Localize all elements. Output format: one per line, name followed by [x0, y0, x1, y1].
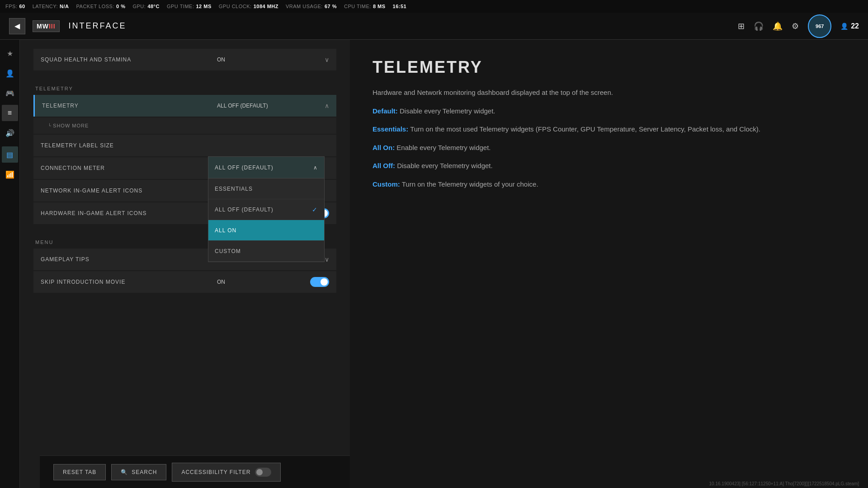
fps-label: FPS:: [5, 4, 17, 9]
skip-intro-value[interactable]: ON: [210, 277, 336, 287]
grid-icon[interactable]: ⊞: [738, 21, 745, 31]
telemetry-section-header: TELEMETRY: [33, 86, 336, 91]
gputime-value: 12 MS: [196, 4, 211, 9]
gpuclock-display: GPU CLOCK: 1084 MHZ: [219, 4, 278, 9]
sidebar-item-network[interactable]: 📶: [2, 166, 18, 183]
cputime-value: 8 MS: [373, 4, 386, 9]
search-icon: 🔍: [121, 469, 128, 475]
fps-display: FPS: 60: [5, 4, 25, 9]
gpuclock-label: GPU CLOCK:: [219, 4, 252, 9]
dropdown-custom-label: CUSTOM: [215, 248, 241, 254]
info-essentials-label: Essentials:: [373, 125, 408, 133]
skip-intro-row[interactable]: SKIP INTRODUCTION MOVIE ON: [33, 271, 336, 293]
dropdown-essentials-label: ESSENTIALS: [215, 186, 253, 192]
logo-area: MWIII INTERFACE: [33, 20, 127, 32]
points-value: 967: [816, 23, 824, 29]
info-custom-label: Custom:: [373, 180, 400, 188]
status-bar: FPS: 60 LATENCY: N/A PACKET LOSS: 0 % GP…: [0, 0, 868, 13]
show-more-row[interactable]: └ SHOW MORE: [33, 117, 336, 134]
dropdown-header-value: ALL OFF (DEFAULT): [215, 164, 274, 171]
sidebar-item-display[interactable]: ▤: [2, 146, 18, 163]
telemetry-label: TELEMETRY: [35, 103, 210, 109]
skip-intro-label: SKIP INTRODUCTION MOVIE: [33, 279, 210, 285]
headset-icon[interactable]: 🎧: [754, 21, 764, 31]
accessibility-filter-button[interactable]: ACCESSIBILITY FILTER: [172, 463, 281, 482]
packetloss-label: PACKET LOSS:: [76, 4, 114, 9]
squad-health-chevron: ∨: [325, 56, 329, 63]
page-title: INTERFACE: [69, 21, 127, 31]
sidebar-item-star[interactable]: ★: [2, 45, 18, 61]
info-entry-custom: Custom: Turn on the Telemetry widgets of…: [373, 179, 845, 190]
show-more-label: SHOW MORE: [53, 123, 89, 128]
gameplay-tips-chevron: ∨: [325, 256, 329, 263]
fps-value: 60: [19, 4, 25, 9]
accessibility-toggle[interactable]: [255, 468, 271, 477]
packetloss-value: 0 %: [116, 4, 125, 9]
gputime-label: GPU TIME:: [167, 4, 194, 9]
dropdown-close-chevron: ∧: [313, 164, 318, 171]
dropdown-item-alloff[interactable]: ALL OFF (DEFAULT) ✓: [208, 199, 324, 220]
squad-health-value[interactable]: ON ∨: [210, 56, 336, 63]
footer-info: 10.16.1900423] [56:127:11250+11:A] Tho[7…: [709, 481, 859, 486]
sub-arrow-icon: └: [48, 123, 51, 128]
info-entry-essentials: Essentials: Turn on the most used Teleme…: [373, 124, 845, 135]
dropdown-check-icon: ✓: [312, 206, 318, 213]
logo-suffix: III: [49, 23, 56, 30]
sidebar-item-person[interactable]: 👤: [2, 65, 18, 81]
dropdown-item-allon[interactable]: ALL ON: [208, 220, 324, 241]
packetloss-display: PACKET LOSS: 0 %: [76, 4, 126, 9]
squad-health-text: ON: [217, 56, 225, 63]
info-description-text: Hardware and Network monitoring dashboar…: [373, 89, 613, 96]
clock-display: 16:51: [393, 4, 407, 9]
sidebar-item-controller[interactable]: 🎮: [2, 85, 18, 101]
info-alloff-label: All Off:: [373, 162, 395, 169]
gameplay-tips-label: GAMEPLAY TIPS: [33, 256, 210, 263]
telemetry-dropdown[interactable]: ALL OFF (DEFAULT) ∧ ESSENTIALS ALL OFF (…: [208, 156, 325, 262]
gpuclock-value: 1084 MHZ: [254, 4, 278, 9]
dropdown-item-essentials[interactable]: ESSENTIALS: [208, 178, 324, 199]
telemetry-chevron: ∧: [325, 102, 329, 109]
settings-panel: SQUAD HEALTH AND STAMINA ON ∨ TELEMETRY …: [20, 40, 350, 488]
telemetry-value[interactable]: ALL OFF (DEFAULT) ∧: [210, 102, 336, 109]
reset-tab-button[interactable]: RESET TAB: [53, 464, 106, 480]
clock-value: 16:51: [393, 4, 407, 9]
sidebar-item-interface[interactable]: ≡: [2, 105, 18, 121]
search-button[interactable]: 🔍 SEARCH: [111, 464, 166, 480]
vram-label: VRAM USAGE:: [286, 4, 323, 9]
level-value: 22: [851, 22, 859, 30]
search-label: SEARCH: [132, 469, 157, 475]
info-custom-text: Turn on the Telemetry widgets of your ch…: [402, 180, 538, 188]
info-alloff-text: Disable every Telemetry widget.: [397, 162, 492, 169]
connection-meter-label: CONNECTION METER: [33, 165, 210, 171]
header: ◀ MWIII INTERFACE ⊞ 🎧 🔔 ⚙ 967 👤 22: [0, 13, 868, 40]
skip-intro-toggle-container: [310, 277, 329, 287]
telemetry-row[interactable]: TELEMETRY ALL OFF (DEFAULT) ∧: [33, 95, 336, 117]
bottom-bar: RESET TAB 🔍 SEARCH ACCESSIBILITY FILTER: [40, 455, 350, 488]
skip-intro-toggle[interactable]: [310, 277, 329, 287]
info-default-text: Disable every Telemetry widget.: [400, 107, 495, 115]
latency-display: LATENCY: N/A: [33, 4, 69, 9]
back-button[interactable]: ◀: [9, 18, 25, 34]
gpu-display: GPU: 48°C: [132, 4, 159, 9]
dropdown-alloff-label: ALL OFF (DEFAULT): [215, 206, 274, 213]
info-allon-label: All On:: [373, 144, 395, 151]
skip-intro-text: ON: [217, 279, 225, 285]
squad-health-row[interactable]: SQUAD HEALTH AND STAMINA ON ∨: [33, 49, 336, 70]
dropdown-item-custom[interactable]: CUSTOM: [208, 241, 324, 262]
latency-label: LATENCY:: [33, 4, 58, 9]
sidebar-item-sound[interactable]: 🔊: [2, 125, 18, 141]
accessibility-label: ACCESSIBILITY FILTER: [181, 469, 250, 475]
info-panel: TELEMETRY Hardware and Network monitorin…: [350, 40, 868, 488]
footer-text: 10.16.1900423] [56:127:11250+11:A] Tho[7…: [709, 481, 859, 486]
bell-icon[interactable]: 🔔: [773, 21, 783, 31]
gear-icon[interactable]: ⚙: [792, 21, 799, 31]
info-title: TELEMETRY: [373, 58, 845, 77]
telemetry-label-size-row[interactable]: TELEMETRY LABEL SIZE: [33, 135, 336, 156]
vram-display: VRAM USAGE: 67 %: [286, 4, 337, 9]
info-default-label: Default:: [373, 107, 398, 115]
player-avatar[interactable]: 967: [808, 14, 831, 38]
dropdown-header: ALL OFF (DEFAULT) ∧: [208, 157, 324, 178]
info-entry-default: Default: Disable every Telemetry widget.: [373, 106, 845, 117]
person-icon: 👤: [840, 23, 848, 30]
game-logo: MWIII: [33, 20, 60, 32]
